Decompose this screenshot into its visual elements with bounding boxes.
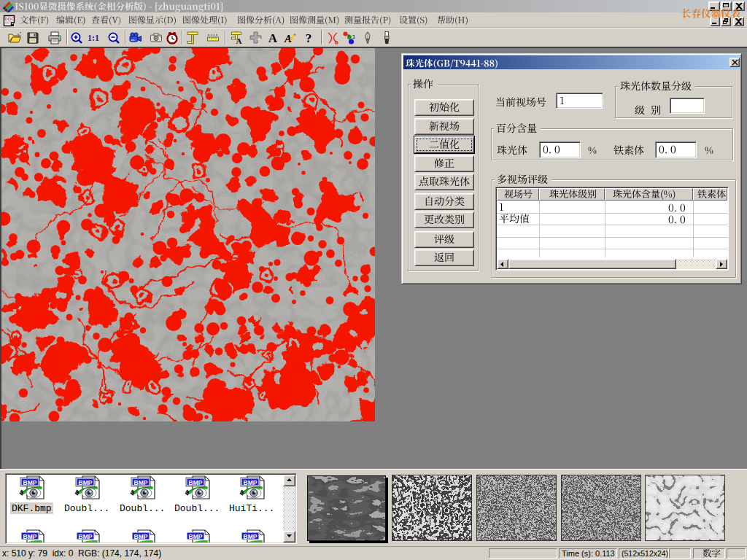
svg-text:BMP: BMP bbox=[244, 533, 258, 540]
svg-text:BMP: BMP bbox=[134, 533, 148, 540]
svg-text:A: A bbox=[284, 33, 292, 44]
svg-text:BMP: BMP bbox=[23, 533, 37, 540]
svg-text:?: ? bbox=[306, 31, 312, 45]
svg-text:A: A bbox=[236, 36, 242, 45]
svg-text:BMP: BMP bbox=[189, 533, 203, 540]
svg-text:1:1: 1:1 bbox=[88, 33, 99, 43]
svg-text:A: A bbox=[268, 31, 278, 45]
svg-text:DOC: DOC bbox=[4, 17, 15, 21]
svg-text:BMP: BMP bbox=[79, 533, 93, 540]
svg-text:3: 3 bbox=[352, 34, 355, 39]
